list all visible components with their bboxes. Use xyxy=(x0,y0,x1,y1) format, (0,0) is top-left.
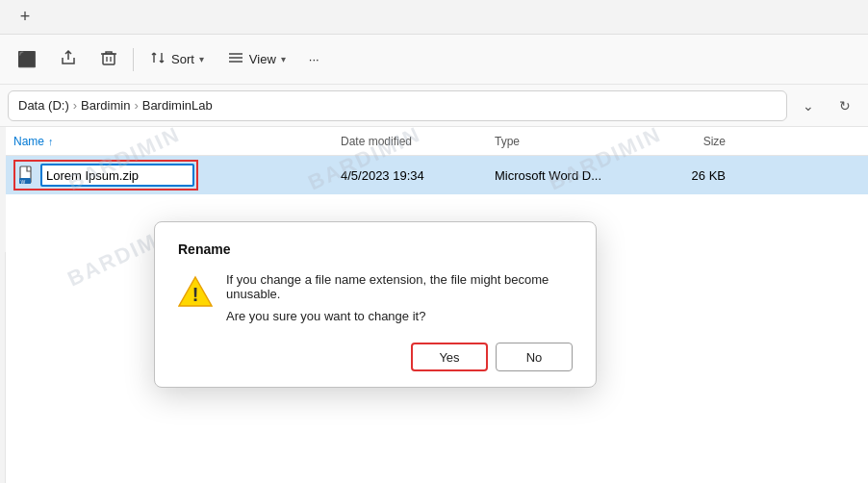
file-size: 26 KB xyxy=(649,168,726,183)
browse-icon-button[interactable]: ⬛ xyxy=(8,41,46,78)
col-type-label: Type xyxy=(495,135,649,148)
view-icon xyxy=(227,49,244,70)
dialog-line2: Are you sure you want to change it? xyxy=(226,309,573,323)
no-button[interactable]: No xyxy=(496,343,573,371)
file-date: 4/5/2023 19:34 xyxy=(341,168,495,183)
svg-text:!: ! xyxy=(192,284,199,305)
col-size-label: Size xyxy=(649,135,726,148)
sort-icon xyxy=(149,49,166,70)
share-icon xyxy=(60,49,77,70)
svg-rect-0 xyxy=(103,54,115,64)
warning-icon: ! xyxy=(178,274,213,309)
refresh-icon: ↻ xyxy=(839,98,851,114)
dialog-body: ! If you change a file name extension, t… xyxy=(178,272,573,323)
more-icon: ··· xyxy=(309,52,319,66)
breadcrumb-folder2[interactable]: BardiminLab xyxy=(142,98,213,113)
dialog-buttons: Yes No xyxy=(178,343,573,371)
browse-icon: ⬛ xyxy=(17,50,37,68)
sort-arrow-icon: ↑ xyxy=(48,136,54,147)
rename-dialog: Rename ! If you change a file name exten… xyxy=(154,221,597,388)
dropdown-button[interactable]: ⌄ xyxy=(793,90,824,121)
svg-text:W: W xyxy=(21,179,26,185)
breadcrumb-folder1[interactable]: Bardimin xyxy=(81,98,130,113)
yes-button[interactable]: Yes xyxy=(411,343,488,371)
address-bar: Data (D:) › Bardimin › BardiminLab ⌄ ↻ xyxy=(0,85,868,127)
refresh-button[interactable]: ↻ xyxy=(830,90,860,121)
table-row[interactable]: W 4/5/2023 19:34 Microsoft Word D... 26 … xyxy=(6,156,868,194)
col-name-label[interactable]: Name xyxy=(13,135,44,148)
rename-input[interactable] xyxy=(40,164,194,187)
dropdown-icon: ⌄ xyxy=(803,98,814,114)
delete-icon xyxy=(100,49,117,70)
more-button[interactable]: ··· xyxy=(299,41,329,78)
dialog-message: If you change a file name extension, the… xyxy=(226,272,573,323)
sort-chevron-icon: ▾ xyxy=(199,54,204,64)
delete-button[interactable] xyxy=(90,41,127,78)
main-window: + ⬛ xyxy=(0,0,868,483)
breadcrumb[interactable]: Data (D:) › Bardimin › BardiminLab xyxy=(8,90,787,121)
breadcrumb-sep1: › xyxy=(73,98,77,113)
file-type: Microsoft Word D... xyxy=(495,168,649,183)
rename-border: W xyxy=(13,160,198,191)
col-date-label: Date modified xyxy=(341,135,495,148)
view-button[interactable]: View ▾ xyxy=(217,41,295,78)
breadcrumb-drive[interactable]: Data (D:) xyxy=(18,98,69,113)
toolbar: ⬛ xyxy=(0,35,868,85)
title-bar: + xyxy=(0,0,868,35)
file-list-header: Name ↑ Date modified Type Size xyxy=(6,127,868,156)
share-button[interactable] xyxy=(50,41,87,78)
toolbar-sep1 xyxy=(133,48,134,71)
view-chevron-icon: ▾ xyxy=(281,54,286,64)
dialog-title: Rename xyxy=(178,242,573,257)
breadcrumb-sep2: › xyxy=(134,98,138,113)
sort-button[interactable]: Sort ▾ xyxy=(140,41,214,78)
new-tab-button[interactable]: + xyxy=(12,4,38,31)
view-label: View xyxy=(249,52,276,66)
dialog-line1: If you change a file name extension, the… xyxy=(226,272,573,301)
sort-label: Sort xyxy=(171,52,194,66)
file-icon: W xyxy=(17,165,37,185)
